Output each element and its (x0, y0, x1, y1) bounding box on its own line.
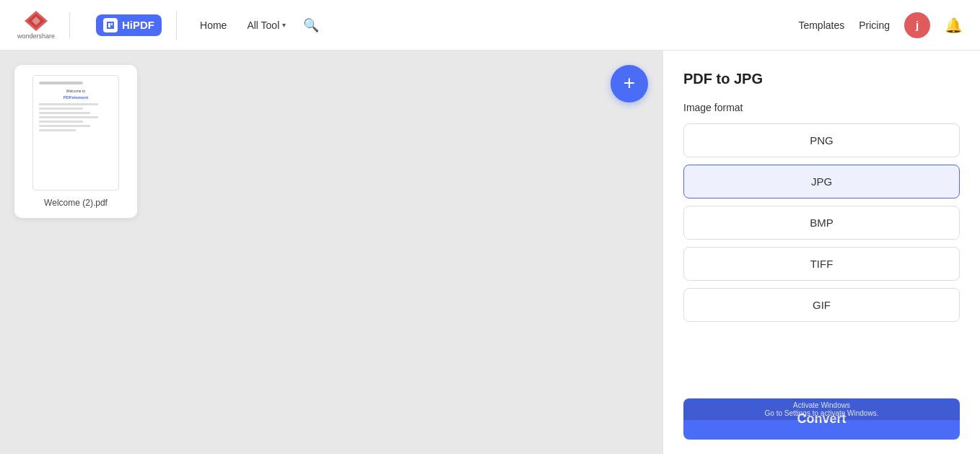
bell-icon[interactable]: 🔔 (945, 17, 963, 34)
hipdf-badge: HiPDF (96, 14, 162, 36)
thumb-brand-text: PDFelement (39, 95, 113, 100)
main-layout: + Welcome to PDFelement Welcome (2).pdf (0, 51, 980, 454)
hipdf-icon (103, 18, 118, 32)
format-png-button[interactable]: PNG (683, 123, 960, 157)
thumb-line-3 (39, 112, 90, 114)
file-name: Welcome (2).pdf (44, 198, 108, 208)
right-panel: PDF to JPG Image format PNG JPG BMP TIFF… (662, 51, 980, 454)
thumb-line-short (39, 82, 83, 84)
format-gif-button[interactable]: GIF (683, 288, 960, 322)
templates-link[interactable]: Templates (798, 19, 844, 31)
thumb-line-7 (39, 129, 76, 131)
file-area: + Welcome to PDFelement Welcome (2).pdf (0, 51, 662, 454)
thumb-text-lines (39, 103, 113, 131)
image-format-label: Image format (683, 102, 960, 113)
pricing-link[interactable]: Pricing (859, 19, 890, 31)
hipdf-label: HiPDF (122, 19, 154, 31)
activate-windows-overlay: Activate Windows Go to Settings to activ… (683, 398, 960, 420)
thumb-welcome-text: Welcome to (39, 89, 113, 93)
header-right: Templates Pricing j 🔔 (798, 12, 963, 38)
panel-title: PDF to JPG (683, 71, 960, 87)
file-card: Welcome to PDFelement Welcome (2).pdf (14, 65, 137, 218)
user-avatar[interactable]: j (904, 12, 930, 38)
chevron-down-icon: ▾ (282, 21, 286, 29)
format-tiff-button[interactable]: TIFF (683, 247, 960, 281)
main-nav: Home All Tool ▾ 🔍 (191, 12, 325, 39)
nav-all-tool[interactable]: All Tool ▾ (238, 14, 294, 37)
thumb-line-1 (39, 103, 98, 105)
header: wondershare HiPDF Home All Tool ▾ 🔍 Temp… (0, 0, 980, 51)
convert-button[interactable]: Activate Windows Go to Settings to activ… (683, 398, 960, 440)
nav-home[interactable]: Home (191, 14, 235, 37)
search-button[interactable]: 🔍 (297, 12, 325, 39)
format-bmp-button[interactable]: BMP (683, 206, 960, 240)
format-jpg-button[interactable]: JPG (683, 165, 960, 198)
logo-area: wondershare HiPDF (17, 11, 177, 40)
brand-name: wondershare (17, 32, 55, 40)
file-thumbnail: Welcome to PDFelement (32, 75, 119, 191)
thumb-line-4 (39, 116, 98, 118)
wondershare-logo: wondershare (17, 11, 55, 40)
format-options: PNG JPG BMP TIFF GIF (683, 123, 960, 384)
add-file-button[interactable]: + (611, 65, 648, 102)
plus-icon: + (624, 73, 635, 93)
thumb-line-2 (39, 108, 83, 110)
thumb-line-5 (39, 121, 83, 123)
thumb-line-6 (39, 125, 90, 127)
